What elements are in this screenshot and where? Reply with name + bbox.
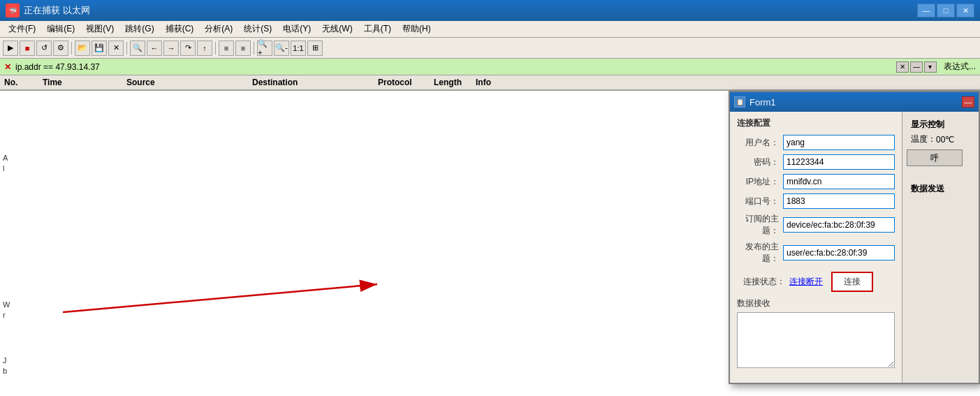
- title-bar: 🦈 正在捕获 以太网 — □ ✕: [0, 0, 980, 21]
- toolbar-sep4: [254, 42, 254, 54]
- menu-tools[interactable]: 工具(T): [358, 22, 397, 36]
- menu-analyze[interactable]: 分析(A): [199, 22, 238, 36]
- toolbar-opts[interactable]: ⚙: [53, 41, 68, 56]
- svg-line-1: [63, 284, 377, 312]
- publish-row: 发布的主题：: [737, 241, 895, 265]
- menu-view[interactable]: 视图(V): [80, 22, 119, 36]
- toolbar-back[interactable]: ←: [147, 41, 162, 56]
- form-dialog: 📋 Form1 — 连接配置 用户名： 密码：: [729, 91, 980, 384]
- data-send-section: 数据发送: [907, 180, 974, 198]
- subscribe-row: 订阅的主题：: [737, 213, 895, 237]
- col-proto-header: Protocol: [374, 78, 430, 87]
- col-len-header: Length: [430, 78, 471, 87]
- username-row: 用户名：: [737, 135, 895, 150]
- toolbar-jump[interactable]: ↑: [197, 41, 212, 56]
- connection-section-title: 连接配置: [737, 117, 895, 129]
- menu-file[interactable]: 文件(F): [3, 22, 41, 36]
- arrow-annotation: [56, 270, 405, 340]
- menu-stats[interactable]: 统计(S): [238, 22, 277, 36]
- packet-list-header: No. Time Source Destination Protocol Len…: [0, 75, 980, 91]
- window-controls: — □ ✕: [917, 3, 974, 17]
- temp-label: 温度：: [911, 133, 936, 145]
- subscribe-label: 订阅的主题：: [737, 213, 783, 237]
- left-label-l: l: [3, 164, 4, 173]
- left-label-r: r: [3, 311, 6, 319]
- call-btn[interactable]: 呼: [907, 149, 963, 166]
- publish-label: 发布的主题：: [737, 241, 783, 265]
- toolbar-goto[interactable]: ↷: [180, 41, 196, 56]
- temp-value: 00℃: [936, 135, 954, 145]
- menu-capture[interactable]: 捕获(C): [160, 22, 200, 36]
- app-icon: 🦈: [6, 3, 20, 17]
- form-right-panel: 显示控制 温度： 00℃ 呼 数据发送: [902, 112, 979, 383]
- form-title: Form1: [749, 97, 962, 108]
- left-label-j: J: [3, 356, 7, 365]
- username-input[interactable]: [783, 135, 895, 150]
- toolbar-save[interactable]: 💾: [92, 41, 107, 56]
- menu-phone[interactable]: 电话(Y): [277, 22, 316, 36]
- toolbar-sep2: [126, 42, 127, 54]
- username-label: 用户名：: [737, 137, 783, 149]
- toolbar-sep3: [215, 42, 216, 54]
- menu-edit[interactable]: 编辑(E): [41, 22, 80, 36]
- filter-bar: ✕ ip.addr == 47.93.14.37 ✕ — ▾ 表达式...: [0, 59, 980, 75]
- filter-expand-btn[interactable]: ▾: [924, 61, 937, 73]
- col-dest-header: Destination: [248, 78, 374, 87]
- port-row: 端口号：: [737, 193, 895, 209]
- col-time-header: Time: [38, 78, 122, 87]
- maximize-btn[interactable]: □: [937, 3, 955, 17]
- toolbar-open[interactable]: 📂: [75, 41, 90, 56]
- menu-wireless[interactable]: 无线(W): [316, 22, 358, 36]
- minimize-btn[interactable]: —: [917, 3, 935, 17]
- toolbar-zoom-in[interactable]: 🔍+: [257, 41, 272, 56]
- filter-close-btn[interactable]: ✕: [896, 61, 909, 73]
- toolbar-search[interactable]: 🔍: [130, 41, 145, 56]
- main-content: A l W r J b 📋 Form1 —: [0, 91, 980, 396]
- window-title: 正在捕获 以太网: [24, 4, 917, 17]
- display-control-title: 显示控制: [907, 116, 974, 133]
- toolbar: ▶ ■ ↺ ⚙ 📂 💾 ✕ 🔍 ← → ↷ ↑ ≡ ≡ 🔍+ 🔍- 1:1 ⊞: [0, 38, 980, 59]
- menu-bar: 文件(F) 编辑(E) 视图(V) 跳转(G) 捕获(C) 分析(A) 统计(S…: [0, 21, 980, 38]
- toolbar-zoom-out[interactable]: 🔍-: [274, 41, 289, 56]
- connect-button[interactable]: 连接: [831, 272, 873, 292]
- password-label: 密码：: [737, 156, 783, 168]
- toolbar-align-left[interactable]: ≡: [219, 41, 234, 56]
- data-receive-section: 数据接收: [737, 298, 895, 370]
- close-btn[interactable]: ✕: [956, 3, 974, 17]
- filter-icon: ✕: [4, 62, 11, 72]
- toolbar-restart[interactable]: ↺: [36, 41, 52, 56]
- menu-help[interactable]: 帮助(H): [397, 22, 437, 36]
- form-icon: 📋: [734, 96, 745, 108]
- status-value[interactable]: 连接断开: [789, 276, 823, 288]
- ip-row: IP地址：: [737, 174, 895, 189]
- left-label-w: W: [3, 300, 10, 309]
- toolbar-resize[interactable]: ⊞: [307, 41, 323, 56]
- publish-input[interactable]: [783, 245, 895, 261]
- toolbar-close[interactable]: ✕: [108, 41, 124, 56]
- col-info-header: Info: [471, 78, 980, 87]
- form-title-bar: 📋 Form1 —: [730, 92, 979, 112]
- form-close-btn[interactable]: —: [962, 96, 974, 108]
- toolbar-align-center[interactable]: ≡: [235, 41, 251, 56]
- left-label-b: b: [3, 367, 7, 375]
- filter-text: ip.addr == 47.93.14.37: [15, 62, 100, 72]
- filter-minimize-btn[interactable]: —: [910, 61, 923, 73]
- ip-label: IP地址：: [737, 176, 783, 188]
- password-input[interactable]: [783, 154, 895, 170]
- status-label: 连接状态：: [737, 276, 789, 288]
- subscribe-input[interactable]: [783, 217, 895, 233]
- temp-row: 温度： 00℃: [907, 133, 974, 145]
- toolbar-sep1: [71, 42, 72, 54]
- ip-input[interactable]: [783, 174, 895, 189]
- toolbar-start[interactable]: ▶: [3, 41, 18, 56]
- toolbar-zoom-reset[interactable]: 1:1: [291, 41, 306, 56]
- toolbar-forward[interactable]: →: [163, 41, 179, 56]
- expression-btn[interactable]: 表达式...: [944, 61, 976, 73]
- data-receive-area[interactable]: [737, 312, 895, 368]
- col-source-header: Source: [122, 78, 248, 87]
- menu-jump[interactable]: 跳转(G): [119, 22, 159, 36]
- left-label-a: A: [3, 154, 8, 162]
- form-main-area: 连接配置 用户名： 密码： IP地址： 端口号：: [730, 112, 902, 383]
- port-input[interactable]: [783, 193, 895, 209]
- toolbar-stop[interactable]: ■: [20, 41, 35, 56]
